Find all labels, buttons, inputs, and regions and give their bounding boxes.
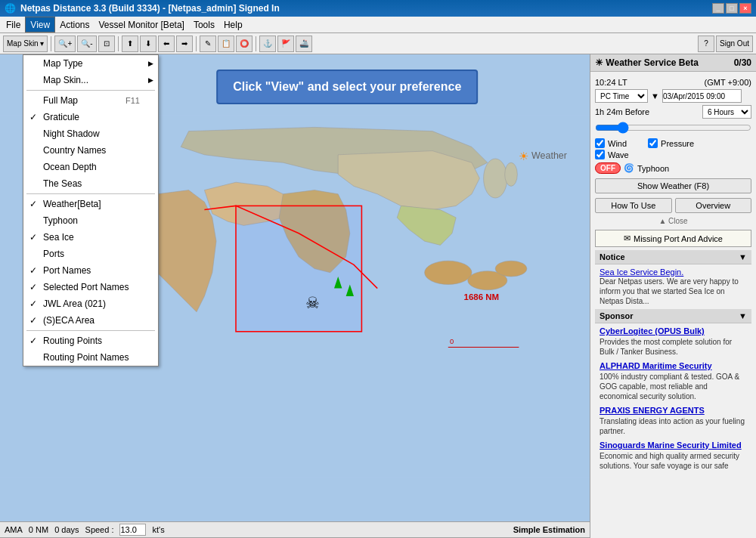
menu-view[interactable]: View <box>25 17 55 32</box>
title-text: Netpas Distance 3.3 (Build 3334) - [Netp… <box>20 3 712 14</box>
dropdown-night-shadow-label: Night Shadow <box>43 128 100 139</box>
route-bar: AMA 0 NM 0 days Speed : kt's Simple Esti… <box>0 521 590 538</box>
typhoon-toggle[interactable]: OFF <box>595 162 621 174</box>
wind-checkbox[interactable] <box>595 138 605 148</box>
dropdown-routing-point-names-label: Routing Point Names <box>43 352 129 363</box>
sign-out-button[interactable]: Sign Out <box>716 36 753 52</box>
notice-collapse[interactable]: ▼ <box>739 252 747 261</box>
dropdown-graticule[interactable]: ✓ Graticule <box>23 109 158 125</box>
dropdown-routing-points[interactable]: ✓ Routing Points <box>23 332 158 349</box>
toolbar-zoom-out[interactable]: 🔍- <box>77 36 96 52</box>
typhoon-row: OFF 🌀 Typhoon <box>595 162 751 174</box>
check-selected-port-names: ✓ <box>29 282 42 292</box>
menu-file[interactable]: File <box>2 17 25 32</box>
sponsor-link-3[interactable]: Sinoguards Marine Security Limited <box>600 441 747 450</box>
toolbar-nav3[interactable]: ⬅ <box>158 36 175 52</box>
toolbar-anchor[interactable]: ⚓ <box>259 36 276 52</box>
toolbar-help[interactable]: ? <box>698 36 714 52</box>
dropdown-map-skin[interactable]: Map Skin... <box>23 72 158 88</box>
missing-port-button[interactable]: ✉ Missing Port And Advice <box>595 230 751 247</box>
toolbar-fit[interactable]: ⊡ <box>98 36 115 52</box>
dropdown-sep3 <box>26 330 155 331</box>
notice-text: Dear Netpas users. We are very happy to … <box>600 277 747 306</box>
wind-checkbox-row: Wind Pressure <box>595 138 751 148</box>
dropdown-the-seas[interactable]: The Seas <box>23 175 158 192</box>
menu-help[interactable]: Help <box>219 17 247 32</box>
view-dropdown-menu: Map Type Map Skin... Full Map F11 ✓ Grat… <box>23 54 159 366</box>
show-weather-container: Show Weather (F8) <box>595 177 751 195</box>
close-button[interactable]: × <box>739 3 751 14</box>
svg-text:1686 NM: 1686 NM <box>464 292 499 301</box>
dropdown-typhoon[interactable]: Typhoon <box>23 212 158 229</box>
dropdown-sea-ice[interactable]: ✓ Sea Ice <box>23 229 158 246</box>
slider-container <box>595 122 751 135</box>
dropdown-ports[interactable]: Ports <box>23 246 158 262</box>
time-type-select[interactable]: PC Time <box>595 89 648 103</box>
close-section[interactable]: ▲ Close <box>595 215 751 227</box>
dropdown-jwl-area[interactable]: ✓ JWL Area (021) <box>23 295 158 312</box>
dropdown-port-names[interactable]: ✓ Port Names <box>23 262 158 279</box>
toolbar-ship[interactable]: 🚢 <box>296 36 312 52</box>
pressure-checkbox[interactable] <box>648 138 658 148</box>
dropdown-ocean-depth[interactable]: Ocean Depth <box>23 159 158 175</box>
check-graticule: ✓ <box>29 112 42 122</box>
toolbar-sep4 <box>256 36 256 51</box>
toolbar-map-skin[interactable]: Map Skin ▾ <box>3 36 48 52</box>
toolbar-zoom-in[interactable]: 🔍+ <box>54 36 76 52</box>
sponsor-desc-1: 100% industry compliant & tested. GOA & … <box>600 372 747 401</box>
before-label: 1h 24m Before <box>595 107 649 116</box>
dropdown-seca-area[interactable]: ✓ (S)ECA Area <box>23 312 158 329</box>
toolbar-nav4[interactable]: ➡ <box>176 36 193 52</box>
sponsor-section: CyberLogitec (OPUS Bulk) Provides the mo… <box>595 323 751 478</box>
dropdown-selected-port-names[interactable]: ✓ Selected Port Names <box>23 279 158 295</box>
menu-tools[interactable]: Tools <box>189 17 219 32</box>
toolbar-nav2[interactable]: ⬇ <box>140 36 156 52</box>
menu-vessel-monitor[interactable]: Vessel Monitor [Beta] <box>94 17 189 32</box>
main-layout: 1686 NM ☠ 0 ☀ Weather Map Type <box>0 54 756 538</box>
time-slider[interactable] <box>595 122 751 134</box>
dropdown-map-type[interactable]: Map Type <box>23 55 158 72</box>
show-weather-button[interactable]: Show Weather (F8) <box>595 178 751 193</box>
toolbar-sep2 <box>118 36 119 51</box>
weather-panel: ☀ Weather Service Beta 0/30 10:24 LT (GM… <box>590 54 756 538</box>
toolbar-edit1[interactable]: ✎ <box>200 36 216 52</box>
sponsor-collapse[interactable]: ▼ <box>739 311 747 320</box>
how-to-use-button[interactable]: How To Use <box>595 198 672 213</box>
pc-time-row: PC Time ▼ <box>595 89 751 103</box>
tooltip-box: Click "View" and select your preference <box>216 70 478 104</box>
check-sea-ice: ✓ <box>29 232 42 243</box>
toolbar-edit2[interactable]: 📋 <box>218 36 234 52</box>
notice-link[interactable]: Sea Ice Service Begin. <box>600 267 747 277</box>
app-icon: 🌐 <box>5 3 16 14</box>
dropdown-routing-point-names[interactable]: Routing Point Names <box>23 349 158 366</box>
dropdown-country-names[interactable]: Country Names <box>23 142 158 159</box>
wave-checkbox[interactable] <box>595 150 605 159</box>
svg-text:0: 0 <box>450 338 454 345</box>
menu-actions[interactable]: Actions <box>55 17 94 32</box>
dropdown-map-skin-label: Map Skin... <box>43 75 88 85</box>
toolbar-flag[interactable]: 🚩 <box>277 36 294 52</box>
dropdown-weather-beta[interactable]: ✓ Weather[Beta] <box>23 196 158 212</box>
weather-service-label: Weather Service Beta <box>606 57 699 68</box>
dropdown-map-type-label: Map Type <box>43 58 82 69</box>
sponsor-link-2[interactable]: PRAXIS ENERGY AGENTS <box>600 406 747 415</box>
dropdown-port-names-label: Port Names <box>43 265 91 276</box>
date-input[interactable] <box>662 89 742 103</box>
sponsor-desc-2: Translating ideas into action as your fu… <box>600 416 747 436</box>
envelope-icon: ✉ <box>624 233 631 243</box>
toolbar-sep3 <box>196 36 197 51</box>
dropdown-night-shadow[interactable]: Night Shadow <box>23 125 158 142</box>
svg-point-3 <box>495 261 527 277</box>
hours-select[interactable]: 6 Hours <box>702 105 751 119</box>
sponsor-link-1[interactable]: ALPHARD Maritime Security <box>600 361 747 370</box>
toolbar-edit3[interactable]: ⭕ <box>236 36 253 52</box>
dropdown-full-map[interactable]: Full Map F11 <box>23 92 158 109</box>
overview-button[interactable]: Overview <box>675 198 752 213</box>
toolbar-nav1[interactable]: ⬆ <box>122 36 138 52</box>
svg-point-5 <box>505 162 518 186</box>
tooltip-text: Click "View" and select your preference <box>233 80 461 93</box>
maximize-button[interactable]: □ <box>726 3 738 14</box>
speed-input[interactable] <box>119 524 146 536</box>
minimize-button[interactable]: _ <box>712 3 724 14</box>
sponsor-link-0[interactable]: CyberLogitec (OPUS Bulk) <box>600 326 747 335</box>
